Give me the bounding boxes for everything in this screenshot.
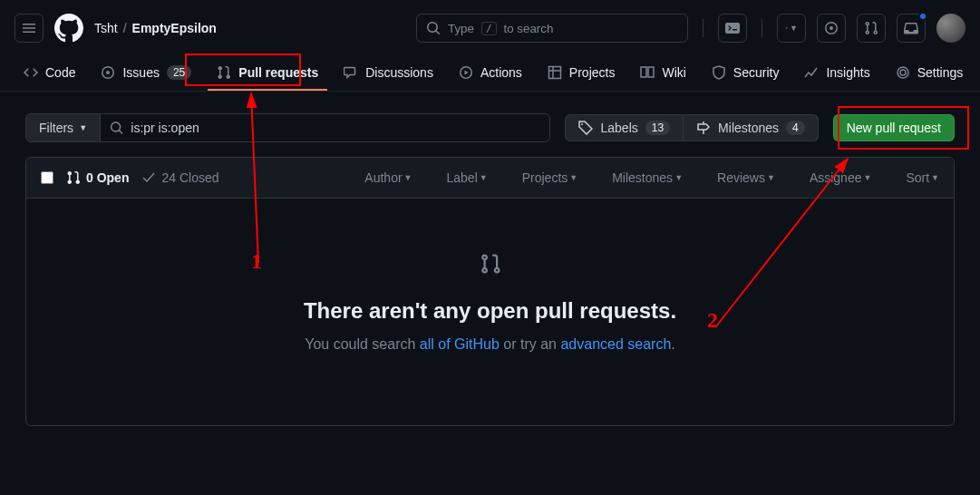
- svg-point-0: [581, 123, 583, 125]
- search-icon: [110, 121, 123, 135]
- search-icon: [426, 21, 441, 35]
- closed-count-label: 24 Closed: [161, 170, 218, 185]
- breadcrumb-repo[interactable]: EmptyEpsilon: [132, 21, 217, 35]
- empty-state: There aren't any open pull requests. You…: [26, 199, 954, 425]
- assignee-filter[interactable]: Assignee ▼: [810, 170, 872, 185]
- global-search[interactable]: Type / to search: [416, 14, 688, 43]
- issue-icon: [101, 65, 115, 80]
- repo-nav: Code Issues 25 Pull requests Discussions…: [0, 56, 980, 92]
- nav-issues-label: Issues: [122, 65, 159, 80]
- notification-dot: [918, 12, 927, 21]
- dot-circle-icon: [824, 21, 839, 35]
- pr-search-wrap[interactable]: [101, 113, 550, 142]
- projects-filter[interactable]: Projects ▼: [522, 170, 578, 185]
- issues-global-button[interactable]: [817, 14, 846, 43]
- git-pull-request-icon: [66, 170, 81, 185]
- chevron-down-icon: ▼: [790, 24, 798, 33]
- user-avatar[interactable]: [936, 14, 965, 43]
- labels-button[interactable]: Labels 13: [565, 114, 684, 141]
- nav-security[interactable]: Security: [703, 56, 789, 91]
- author-filter[interactable]: Author ▼: [364, 170, 412, 185]
- nav-settings-label: Settings: [917, 65, 964, 80]
- filters-label: Filters: [39, 121, 73, 135]
- empty-subtitle: You could search all of GitHub or try an…: [63, 336, 917, 353]
- closed-tab[interactable]: 24 Closed: [141, 170, 218, 185]
- empty-title: There aren't any open pull requests.: [63, 298, 917, 324]
- milestones-label: Milestones: [718, 121, 779, 135]
- notifications-button[interactable]: [897, 14, 926, 43]
- nav-issues[interactable]: Issues 25: [92, 56, 200, 91]
- search-key: /: [481, 22, 497, 35]
- nav-settings[interactable]: Settings: [887, 56, 973, 91]
- nav-discussions-label: Discussions: [365, 65, 433, 80]
- plus-icon: [785, 22, 788, 34]
- graph-icon: [804, 65, 819, 80]
- shield-icon: [712, 65, 726, 80]
- nav-insights[interactable]: Insights: [795, 56, 878, 91]
- new-pull-request-button[interactable]: New pull request: [833, 114, 955, 141]
- divider: [703, 19, 703, 37]
- command-palette-button[interactable]: [718, 14, 747, 43]
- milestones-filter[interactable]: Milestones ▼: [612, 170, 683, 185]
- breadcrumb: Tsht / EmptyEpsilon: [94, 21, 217, 35]
- nav-projects-label: Projects: [569, 65, 616, 80]
- select-all-checkbox[interactable]: [41, 171, 53, 184]
- all-github-link[interactable]: all of GitHub: [420, 336, 500, 352]
- nav-pulls-label: Pull requests: [238, 65, 318, 80]
- gear-icon: [896, 65, 910, 80]
- github-logo[interactable]: [54, 14, 83, 43]
- milestones-count: 4: [786, 121, 805, 135]
- breadcrumb-owner[interactable]: Tsht: [94, 21, 118, 35]
- nav-pull-requests[interactable]: Pull requests: [208, 56, 327, 91]
- nav-code[interactable]: Code: [15, 56, 84, 91]
- nav-projects[interactable]: Projects: [539, 56, 625, 91]
- git-pull-request-icon: [217, 65, 231, 80]
- nav-code-label: Code: [45, 65, 75, 80]
- labels-count: 13: [645, 121, 670, 135]
- comment-icon: [344, 65, 358, 80]
- table-icon: [548, 65, 562, 80]
- milestone-icon: [696, 121, 711, 135]
- open-tab[interactable]: 0 Open: [66, 170, 129, 185]
- create-new-button[interactable]: ▼: [777, 14, 806, 43]
- breadcrumb-separator: /: [123, 21, 127, 35]
- label-filter[interactable]: Label ▼: [447, 170, 488, 185]
- book-icon: [640, 65, 655, 80]
- issues-count: 25: [167, 65, 191, 80]
- milestones-button[interactable]: Milestones 4: [684, 114, 819, 141]
- nav-insights-label: Insights: [826, 65, 869, 80]
- divider: [762, 19, 762, 37]
- tag-icon: [578, 121, 593, 135]
- nav-actions-label: Actions: [480, 65, 522, 80]
- reviews-filter[interactable]: Reviews ▼: [717, 170, 775, 185]
- nav-wiki-label: Wiki: [662, 65, 685, 80]
- command-icon: [725, 21, 740, 35]
- pull-requests-global-button[interactable]: [857, 14, 886, 43]
- inbox-icon: [904, 21, 918, 35]
- git-pull-request-icon: [480, 253, 501, 280]
- nav-security-label: Security: [733, 65, 780, 80]
- nav-discussions[interactable]: Discussions: [335, 56, 442, 91]
- git-pull-request-icon: [864, 21, 878, 35]
- play-icon: [459, 65, 473, 80]
- nav-wiki[interactable]: Wiki: [631, 56, 694, 91]
- search-prefix: Type: [448, 22, 474, 35]
- hamburger-menu-button[interactable]: [15, 14, 44, 43]
- code-icon: [24, 65, 38, 80]
- github-icon: [54, 14, 83, 43]
- filters-button[interactable]: Filters ▼: [25, 113, 101, 142]
- sort-filter[interactable]: Sort ▼: [906, 170, 939, 185]
- chevron-down-icon: ▼: [79, 123, 87, 132]
- hamburger-icon: [22, 21, 36, 35]
- nav-actions[interactable]: Actions: [450, 56, 531, 91]
- advanced-search-link[interactable]: advanced search: [560, 336, 671, 352]
- open-count-label: 0 Open: [86, 170, 129, 185]
- check-icon: [141, 170, 156, 185]
- labels-label: Labels: [600, 121, 637, 135]
- pr-search-input[interactable]: [131, 121, 540, 135]
- search-suffix: to search: [504, 22, 554, 35]
